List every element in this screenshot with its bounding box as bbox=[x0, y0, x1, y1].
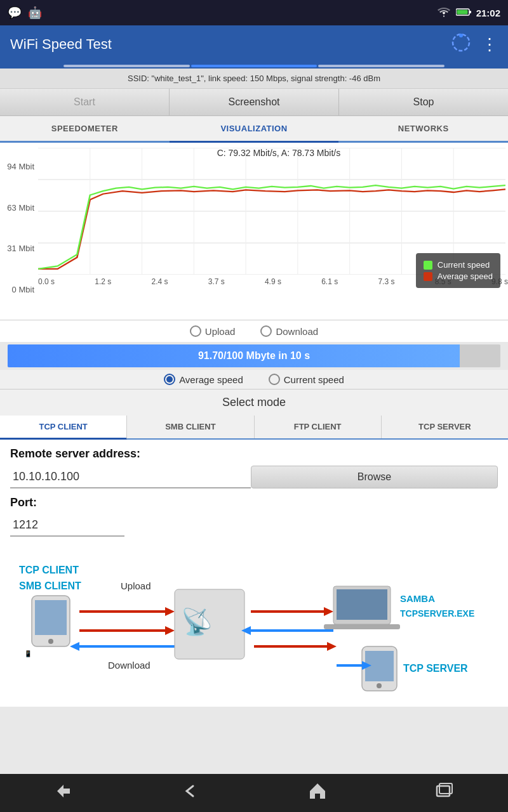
browse-button[interactable]: Browse bbox=[251, 466, 498, 488]
nav-recents-icon[interactable] bbox=[434, 781, 455, 806]
ssid-text: SSID: "white_test_1", link speed: 150 Mb… bbox=[128, 74, 380, 83]
diagram-svg: TCP CLIENT SMB CLIENT 📱 Upload Download … bbox=[10, 554, 498, 694]
svg-text:Download: Download bbox=[108, 660, 150, 671]
chart-title: C: 79.32 Mbit/s, A: 78.73 Mbit/s bbox=[217, 148, 341, 158]
svg-text:TCPSERVER.EXE: TCPSERVER.EXE bbox=[400, 608, 474, 619]
svg-text:SAMBA: SAMBA bbox=[400, 593, 435, 604]
average-speed-label: Average speed bbox=[179, 374, 243, 385]
mode-tabs: TCP CLIENT SMB CLIENT FTP CLIENT TCP SER… bbox=[0, 416, 508, 440]
tab-speedometer[interactable]: SPEEDOMETER bbox=[0, 116, 170, 141]
app-bar-right: ⋮ bbox=[451, 32, 498, 57]
battery-icon bbox=[456, 8, 471, 18]
action-buttons: Start Screenshot Stop bbox=[0, 89, 508, 116]
nav-back-icon[interactable] bbox=[53, 781, 74, 806]
x-label-1: 1.2 s bbox=[95, 277, 111, 286]
y-label-94: 94 Mbit bbox=[0, 162, 34, 171]
download-label: Download bbox=[276, 326, 318, 337]
current-speed-radio[interactable] bbox=[269, 374, 280, 385]
server-section: Remote server address: Browse Port: bbox=[0, 440, 508, 544]
top-tab-1[interactable] bbox=[64, 65, 190, 67]
screenshot-button[interactable]: Screenshot bbox=[170, 89, 339, 115]
upload-option[interactable]: Upload bbox=[190, 325, 236, 337]
server-label: Remote server address: bbox=[10, 447, 498, 461]
upload-radio[interactable] bbox=[190, 325, 201, 337]
svg-rect-2 bbox=[469, 11, 471, 13]
x-label-2: 2.4 s bbox=[151, 277, 168, 286]
chart-area: C: 79.32 Mbit/s, A: 78.73 Mbit/s 94 Mbit… bbox=[0, 143, 508, 320]
app-bar: WiFi Speed Test ⋮ bbox=[0, 25, 508, 63]
mode-tab-tcp-client[interactable]: TCP CLIENT bbox=[0, 416, 127, 440]
diagram-area: TCP CLIENT SMB CLIENT 📱 Upload Download … bbox=[0, 544, 508, 707]
average-speed-radio[interactable] bbox=[164, 374, 175, 385]
y-labels: 94 Mbit 63 Mbit 31 Mbit 0 Mbit bbox=[0, 162, 37, 294]
android-icon: 🤖 bbox=[28, 6, 42, 20]
svg-text:TCP SERVER: TCP SERVER bbox=[403, 663, 468, 674]
y-label-31: 31 Mbit bbox=[0, 244, 34, 253]
svg-marker-35 bbox=[324, 607, 333, 616]
tab-networks[interactable]: NETWORKS bbox=[338, 116, 508, 141]
legend-average: Average speed bbox=[424, 272, 493, 281]
svg-marker-26 bbox=[165, 607, 175, 616]
status-left: 💬 🤖 bbox=[8, 6, 42, 20]
progress-label: 91.70/100 Mbyte in 10 s bbox=[198, 350, 310, 362]
svg-rect-41 bbox=[337, 589, 387, 620]
svg-text:📱: 📱 bbox=[24, 650, 32, 658]
x-label-6: 7.3 s bbox=[378, 277, 394, 286]
server-input-row: Browse bbox=[10, 466, 498, 488]
average-speed-option[interactable]: Average speed bbox=[164, 374, 243, 385]
top-tab-3[interactable] bbox=[318, 65, 444, 67]
progress-bar-container: 91.70/100 Mbyte in 10 s bbox=[8, 344, 500, 367]
x-label-4: 4.9 s bbox=[265, 277, 281, 286]
status-right: 21:02 bbox=[437, 7, 500, 19]
nav-back-gesture-icon[interactable] bbox=[180, 781, 201, 806]
svg-text:Upload: Upload bbox=[121, 580, 151, 591]
section-tabs: SPEEDOMETER VISUALIZATION NETWORKS bbox=[0, 116, 508, 143]
svg-marker-28 bbox=[165, 626, 175, 635]
start-button[interactable]: Start bbox=[0, 89, 170, 115]
mode-tab-ftp-client[interactable]: FTP CLIENT bbox=[255, 416, 382, 438]
upload-label: Upload bbox=[205, 326, 236, 337]
svg-text:📡: 📡 bbox=[181, 606, 213, 637]
chart-legend: Current speed Average speed bbox=[416, 253, 500, 288]
svg-rect-21 bbox=[35, 600, 67, 635]
speed-options-row: Average speed Current speed bbox=[0, 370, 508, 390]
download-radio[interactable] bbox=[260, 325, 272, 337]
current-speed-option[interactable]: Current speed bbox=[269, 374, 344, 385]
svg-point-22 bbox=[48, 639, 53, 644]
tab-visualization[interactable]: VISUALIZATION bbox=[170, 116, 339, 143]
app-title: WiFi Speed Test bbox=[10, 36, 112, 53]
svg-point-47 bbox=[377, 683, 382, 688]
top-tab-2[interactable] bbox=[191, 65, 318, 67]
y-label-0: 0 Mbit bbox=[0, 285, 34, 294]
svg-point-4 bbox=[459, 34, 463, 37]
svg-marker-39 bbox=[327, 642, 337, 651]
x-label-3: 3.7 s bbox=[208, 277, 225, 286]
ssid-bar: SSID: "white_test_1", link speed: 150 Mb… bbox=[0, 69, 508, 89]
mode-tab-smb-client[interactable]: SMB CLIENT bbox=[127, 416, 254, 438]
wifi-icon bbox=[437, 7, 451, 19]
refresh-icon[interactable] bbox=[451, 32, 471, 57]
select-mode-label: Select mode bbox=[0, 390, 508, 416]
time: 21:02 bbox=[476, 8, 500, 18]
x-label-0: 0.0 s bbox=[38, 277, 55, 286]
legend-current-label: Current speed bbox=[438, 260, 490, 270]
current-speed-label: Current speed bbox=[284, 374, 344, 385]
upload-download-row: Upload Download bbox=[0, 320, 508, 342]
legend-average-label: Average speed bbox=[438, 272, 493, 281]
nav-home-icon[interactable] bbox=[307, 781, 328, 806]
server-address-input[interactable] bbox=[10, 466, 251, 488]
msg-icon: 💬 bbox=[8, 6, 22, 20]
svg-rect-1 bbox=[457, 10, 467, 14]
svg-rect-42 bbox=[324, 624, 400, 629]
download-option[interactable]: Download bbox=[260, 325, 318, 337]
menu-icon[interactable]: ⋮ bbox=[481, 35, 498, 55]
stop-button[interactable]: Stop bbox=[339, 89, 508, 115]
legend-current: Current speed bbox=[424, 260, 493, 270]
port-label: Port: bbox=[10, 496, 498, 509]
mode-tab-tcp-server[interactable]: TCP SERVER bbox=[382, 416, 508, 438]
legend-average-dot bbox=[424, 272, 432, 281]
svg-text:SMB CLIENT: SMB CLIENT bbox=[19, 580, 81, 591]
legend-current-dot bbox=[424, 261, 432, 270]
port-input[interactable] bbox=[10, 514, 124, 537]
status-bar: 💬 🤖 21:02 bbox=[0, 0, 508, 25]
